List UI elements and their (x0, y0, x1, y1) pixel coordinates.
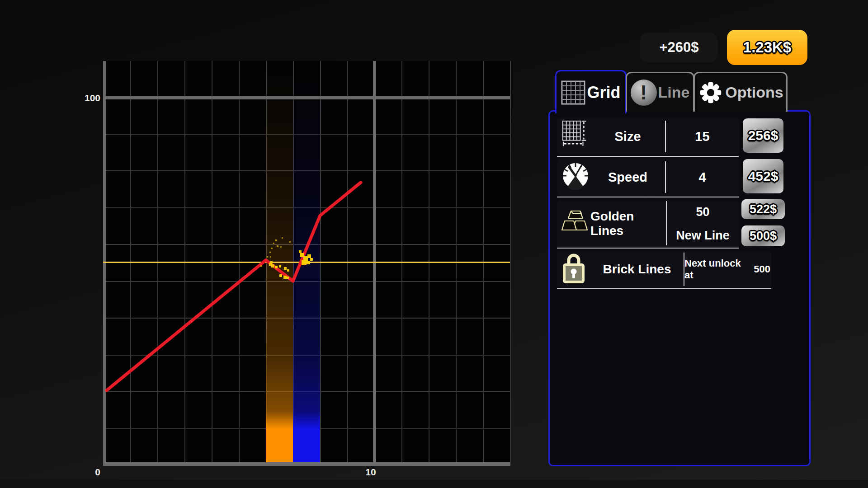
unlock-text: Next unlock at (684, 258, 747, 281)
gold-pixel (303, 256, 308, 261)
gold-pixel (279, 274, 282, 277)
speed-value: 4 (666, 159, 739, 196)
gold-pixel (287, 269, 289, 272)
gold-pixel (287, 277, 289, 279)
speedometer-icon (561, 161, 590, 190)
brick-lines-label: Brick Lines (590, 251, 684, 287)
gold-pixel (307, 254, 311, 258)
row-separator (557, 156, 739, 157)
golden-lines-count: 50 (667, 201, 739, 223)
axis-tick-label: 0 (95, 467, 100, 478)
gold-pixel (271, 248, 273, 249)
gold-pixel (284, 267, 287, 270)
gold-pixel (271, 264, 274, 267)
gold-pixel (270, 261, 273, 263)
speed-label: Speed (590, 159, 665, 196)
bottom-strip (0, 480, 868, 488)
gold-pixel (283, 276, 287, 279)
gold-pixel (289, 241, 291, 243)
gold-pixel (275, 239, 277, 241)
row-separator (557, 248, 739, 249)
row-separator (557, 197, 739, 197)
upgrade-panel: Size 15 256$ Speed 4 452$ (548, 110, 811, 466)
gold-pixel (307, 261, 310, 264)
gold-pixel (270, 256, 271, 258)
axis-tick-label: 10 (365, 467, 376, 478)
gold-pixel (269, 252, 271, 253)
speed-buy-price: 452$ (748, 169, 778, 184)
lock-icon (561, 250, 586, 285)
tab-line-label: Line (658, 84, 690, 101)
plot-layer (103, 61, 510, 466)
size-value: 15 (666, 118, 739, 155)
gold-pixel (300, 253, 304, 257)
gold-pixel (279, 265, 281, 267)
brick-lines-status: Next unlock at 500 (684, 251, 770, 287)
gold-pixel (275, 266, 278, 268)
gold-pixel (267, 256, 268, 258)
new-line-buy-button[interactable]: 500$ (741, 225, 785, 246)
income-button[interactable]: +260$ (640, 33, 718, 62)
exclamation-icon: ! (631, 80, 657, 106)
size-buy-button[interactable]: 256$ (743, 118, 783, 153)
speed-buy-button[interactable]: 452$ (743, 159, 783, 193)
balance-button[interactable]: 1.23K$ (727, 30, 807, 65)
game-screen: +260$ 1.23K$ Grid ! Line Options (0, 0, 868, 488)
gold-pixel (302, 260, 307, 265)
golden-lines-buy-button[interactable]: 522$ (741, 199, 785, 219)
new-line-label: New Line (667, 225, 739, 246)
tab-options-label: Options (725, 84, 783, 101)
new-line-buy-price: 500$ (750, 229, 777, 243)
gold-pixel (282, 237, 283, 239)
gold-pixel (260, 265, 262, 267)
graph-area[interactable] (103, 61, 511, 466)
golden-lines-buy-price: 522$ (750, 202, 777, 216)
gold-pixel (299, 250, 302, 253)
gold-pixel (277, 245, 278, 247)
price-line (107, 183, 361, 390)
balance-label: 1.23K$ (743, 39, 791, 56)
unlock-value: 500 (754, 263, 770, 275)
gold-bars-icon (561, 209, 590, 233)
tab-options[interactable]: Options (693, 72, 788, 112)
row-separator (557, 288, 771, 289)
size-icon (561, 120, 590, 148)
axis-tick-label: 100 (85, 93, 100, 103)
gold-pixel (280, 246, 282, 248)
tab-grid[interactable]: Grid (555, 70, 627, 113)
tab-line[interactable]: ! Line (626, 72, 694, 112)
size-buy-price: 256$ (748, 128, 778, 143)
gear-icon (698, 80, 724, 106)
grid-icon (561, 80, 585, 105)
tab-grid-label: Grid (587, 83, 620, 102)
gold-pixel (273, 243, 274, 244)
size-label: Size (590, 118, 665, 155)
gold-pixel (310, 258, 313, 261)
golden-lines-label: Golden Lines (590, 200, 666, 247)
